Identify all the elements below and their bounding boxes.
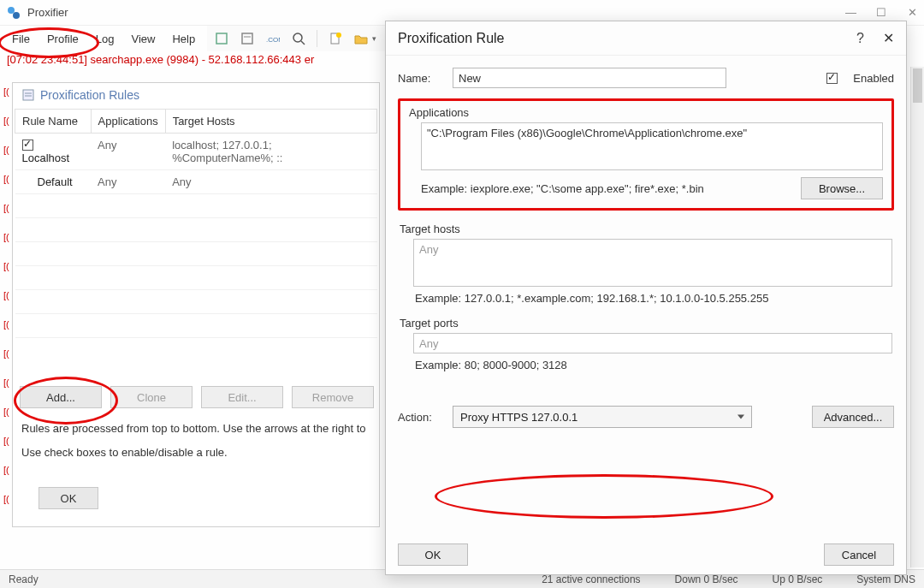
enabled-checkbox[interactable] [826,73,838,84]
svg-point-6 [293,33,302,42]
menu-view[interactable]: View [125,31,163,47]
app-logo-icon [7,6,21,20]
col-rulename[interactable]: Rule Name [15,110,92,134]
menu-log[interactable]: Log [89,31,121,47]
toolbar-icon-3[interactable]: .COM [265,31,281,46]
add-button[interactable]: Add... [20,386,102,408]
hosts-example: Example: 127.0.0.1; *.example.com; 192.1… [415,292,894,305]
applications-group-highlight: Applications "C:\Program Files (x86)\Goo… [398,98,894,211]
rules-table: Rule Name Applications Target Hosts Loca… [15,109,377,338]
rule-checkbox[interactable] [22,140,33,151]
table-row[interactable]: Default Any Any [15,170,377,194]
menubar: File Profile Log View Help [0,27,207,50]
menu-help[interactable]: Help [165,31,202,47]
applications-example: Example: iexplore.exe; "C:\some app.exe"… [421,182,704,195]
action-select[interactable]: Proxy HTTPS 127.0.0.1 [453,406,752,428]
svg-point-1 [13,12,20,19]
ports-input[interactable]: Any [413,333,892,353]
maximize-icon[interactable]: ☐ [876,6,886,19]
clone-button[interactable]: Clone [110,386,192,408]
toolbar-icon-4[interactable] [291,31,306,46]
toolbar-new-icon[interactable] [328,31,343,46]
name-label: Name: [398,72,442,85]
app-title: Proxifier [27,6,68,19]
applications-input[interactable]: "C:\Program Files (x86)\Google\Chrome\Ap… [421,122,883,170]
toolbar-icon-1[interactable] [214,31,229,46]
remove-button[interactable]: Remove [292,386,374,408]
rule-hosts: localhost; 127.0.0.1; %ComputerName%; :: [165,134,376,170]
dialog-title: Proxification Rule [398,31,505,46]
toolbar-icon-2[interactable] [240,31,255,46]
hosts-input[interactable]: Any [413,239,892,287]
svg-point-9 [336,33,341,38]
advanced-button[interactable]: Advanced... [812,406,894,428]
rules-help-2: Use check boxes to enable/disable a rule… [21,446,228,459]
minimize-icon[interactable]: — [845,6,856,19]
col-hosts[interactable]: Target Hosts [165,110,376,134]
rules-panel-title: Proxification Rules [40,88,139,102]
rules-panel: Proxification Rules Rule Name Applicatio… [12,82,380,527]
svg-rect-3 [242,33,252,44]
applications-label: Applications [409,106,885,119]
dialog-cancel-button[interactable]: Cancel [824,543,894,566]
action-label: Action: [398,411,442,424]
rule-apps: Any [91,134,165,170]
ports-example: Example: 80; 8000-9000; 3128 [415,359,894,371]
error-markers: [([([([([([([([([([([([([([([( [3,77,10,514]
name-input[interactable] [453,68,726,88]
hosts-label: Target hosts [400,223,894,235]
col-apps[interactable]: Applications [91,110,165,134]
action-select-value: Proxy HTTPS 127.0.0.1 [460,411,578,424]
close-icon[interactable]: ✕ [907,6,917,19]
rules-help-1: Rules are processed from top to bottom. … [21,422,365,435]
svg-point-0 [8,7,15,14]
edit-button[interactable]: Edit... [201,386,283,408]
browse-button[interactable]: Browse... [801,177,883,199]
svg-rect-12 [23,90,33,100]
rule-hosts: Any [165,170,376,194]
menu-file[interactable]: File [5,31,37,47]
dialog-ok-button[interactable]: OK [398,543,468,566]
svg-line-7 [301,41,305,45]
ports-label: Target ports [400,317,894,330]
dialog-close-icon[interactable]: ✕ [883,30,894,46]
rule-dialog: Proxification Rule ? ✕ Name: Enabled App… [385,21,907,575]
status-ready: Ready [9,573,38,585]
menu-profile[interactable]: Profile [40,31,86,47]
table-row[interactable]: Localhost Any localhost; 127.0.0.1; %Com… [15,134,377,170]
svg-text:.COM: .COM [266,36,280,44]
enabled-label: Enabled [853,72,894,85]
rule-name: Default [38,175,73,188]
rule-apps: Any [91,170,165,194]
svg-rect-2 [216,33,227,44]
rule-name: Localhost [22,151,70,164]
vertical-scrollbar[interactable] [910,67,924,567]
rules-icon [21,88,35,102]
panel-ok-button[interactable]: OK [38,487,98,509]
help-icon[interactable]: ? [856,31,864,46]
toolbar-folder-icon[interactable] [353,31,369,46]
